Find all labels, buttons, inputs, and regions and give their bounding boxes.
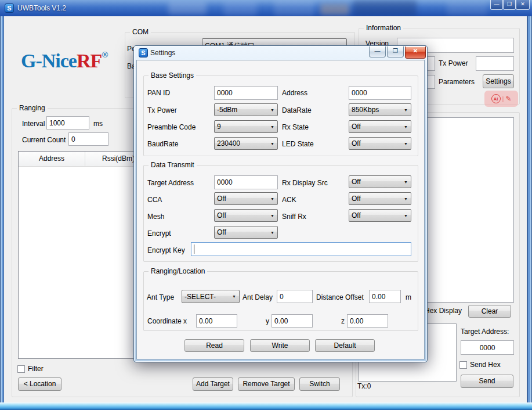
titlebar-glass-reflection	[168, 2, 207, 15]
filter-label: Filter	[28, 365, 44, 373]
dialog-close-button[interactable]: ✕	[405, 46, 426, 59]
brand-logo: G-NiceRF®	[21, 50, 108, 72]
coordinate-y-label: y	[266, 317, 269, 325]
rx-state-label: Rx State	[282, 123, 309, 131]
ack-select[interactable]: Off▼	[349, 192, 411, 205]
interval-label: Interval	[22, 120, 45, 128]
switch-button[interactable]: Switch	[299, 377, 340, 391]
encrypt-key-input[interactable]	[191, 242, 411, 256]
filter-checkbox[interactable]	[17, 365, 25, 373]
chevron-down-icon: ▼	[270, 214, 274, 218]
window-border-right	[527, 16, 532, 402]
open-settings-button[interactable]: Settings	[483, 74, 514, 88]
preamble-code-select[interactable]: 9▼	[214, 120, 278, 133]
interval-input[interactable]	[46, 116, 89, 130]
baudrate-label: BaudRate	[147, 140, 178, 148]
chevron-down-icon: ▼	[404, 180, 408, 184]
datarate-label: DataRate	[282, 106, 312, 114]
app-window: S UWBTools V1.2 — ❐ ✕ G-NiceRF® COM Port…	[0, 0, 532, 410]
coordinate-x-input[interactable]	[196, 314, 237, 328]
cca-select[interactable]: Off▼	[214, 192, 278, 205]
distance-offset-input[interactable]	[369, 290, 401, 303]
settings-dialog: S Settings — ❐ ✕ Base Settings PAN ID Ad…	[133, 45, 428, 362]
com-group-label: COM	[130, 28, 151, 36]
minimize-icon: —	[494, 1, 500, 7]
tx-power-label: Tx Power	[147, 106, 177, 114]
information-group-label: Information	[364, 24, 403, 32]
tx-power-info-label: Tx Power	[439, 59, 468, 67]
mesh-label: Mesh	[147, 213, 164, 221]
settings-dialog-icon: S	[139, 48, 148, 57]
close-icon: ✕	[413, 48, 418, 54]
chevron-down-icon: ▼	[270, 125, 274, 129]
coordinate-z-label: z	[341, 317, 345, 325]
hex-display-label: Hex Display	[425, 307, 462, 315]
ranging-location-label: Ranging/Location	[149, 267, 207, 275]
window-maximize-button[interactable]: ❐	[503, 0, 516, 10]
ant-type-select[interactable]: -SELECT-▼	[182, 290, 240, 303]
parameters-label: Parameters	[439, 78, 475, 86]
address-label: Address	[282, 89, 307, 97]
dialog-maximize-button[interactable]: ❐	[387, 46, 404, 57]
chevron-down-icon: ▼	[404, 214, 408, 218]
chevron-down-icon: ▼	[404, 142, 408, 146]
chevron-down-icon: ▼	[270, 142, 274, 146]
ai-watermark: AI | ✎	[484, 91, 518, 107]
settings-dialog-title: Settings	[150, 49, 175, 57]
add-target-button[interactable]: Add Target	[193, 377, 233, 391]
led-state-select[interactable]: Off▼	[349, 137, 411, 150]
remove-target-button[interactable]: Remove Target	[238, 377, 295, 391]
maximize-icon: ❐	[393, 48, 398, 54]
rx-state-select[interactable]: Off▼	[349, 120, 411, 133]
tx-power-select[interactable]: -5dBm▼	[214, 103, 278, 116]
base-settings-label: Base Settings	[149, 71, 196, 80]
ant-type-label: Ant Type	[147, 293, 174, 301]
ai-badge-icon: AI	[491, 94, 501, 103]
address-input[interactable]	[349, 86, 411, 100]
mesh-select[interactable]: Off▼	[214, 209, 278, 222]
send-button[interactable]: Send	[461, 375, 513, 388]
window-minimize-button[interactable]: —	[490, 0, 503, 10]
current-count-label: Current Count	[22, 136, 66, 144]
coordinate-z-input[interactable]	[347, 314, 388, 328]
sniff-rx-label: Sniff Rx	[282, 213, 306, 221]
current-count-input[interactable]	[68, 132, 108, 146]
dialog-minimize-button[interactable]: —	[369, 46, 386, 57]
sniff-rx-select[interactable]: Off▼	[349, 209, 411, 222]
titlebar-glass-reflection	[447, 1, 487, 16]
target-address-input[interactable]	[461, 340, 514, 355]
tx-power-field[interactable]	[476, 56, 514, 71]
rx-display-src-select[interactable]: Off▼	[349, 175, 411, 188]
rx-display-src-label: Rx Display Src	[282, 179, 328, 187]
chevron-down-icon: ▼	[270, 197, 274, 201]
window-border-bottom	[0, 402, 532, 410]
read-button[interactable]: Read	[184, 339, 244, 352]
column-header-address[interactable]: Address	[19, 152, 85, 166]
pan-id-label: PAN ID	[147, 89, 170, 97]
distance-offset-label: Distance Offset	[316, 293, 364, 301]
pan-id-input[interactable]	[214, 86, 278, 100]
preamble-code-label: Preamble Code	[147, 123, 196, 131]
baudrate-select[interactable]: 230400▼	[214, 137, 278, 150]
clear-button[interactable]: Clear	[468, 305, 511, 318]
datarate-select[interactable]: 850Kbps▼	[349, 103, 411, 116]
chevron-down-icon: ▼	[270, 108, 274, 112]
write-button[interactable]: Write	[250, 339, 310, 352]
send-hex-label: Send Hex	[470, 361, 501, 369]
distance-offset-unit: m	[406, 293, 411, 301]
app-logo-icon: S	[5, 3, 14, 13]
dlg-target-address-input[interactable]	[214, 175, 278, 189]
location-button[interactable]: < Location	[18, 377, 61, 391]
encrypt-select[interactable]: Off▼	[214, 226, 278, 239]
encrypt-key-label: Encrypt Key	[147, 246, 185, 254]
default-button[interactable]: Default	[315, 339, 375, 352]
tx-counter: Tx:0	[357, 382, 371, 390]
send-hex-checkbox[interactable]	[459, 361, 467, 369]
chevron-down-icon: ▼	[404, 197, 408, 201]
ant-delay-input[interactable]	[277, 290, 313, 303]
encrypt-label: Encrypt	[147, 229, 171, 238]
coordinate-y-input[interactable]	[272, 314, 313, 328]
brand-logo-accent: RF	[77, 50, 102, 71]
dlg-target-address-label: Target Address	[147, 179, 194, 187]
window-close-button[interactable]: ✕	[516, 0, 530, 10]
